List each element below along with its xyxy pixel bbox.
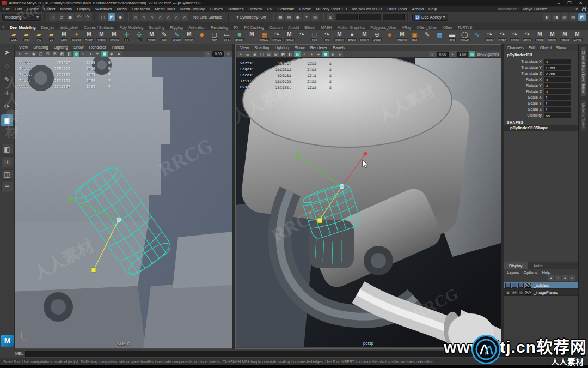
menu-item[interactable]: Mi Poly Tools 1.3 — [316, 7, 347, 11]
viewport-menu-item[interactable]: Shading — [33, 45, 48, 50]
viewport-menu-item[interactable]: Lighting — [54, 45, 68, 50]
render-icon[interactable]: ◉ — [294, 13, 302, 21]
tool-button[interactable]: ⟳ — [1, 101, 13, 113]
viewport-menu-item[interactable]: Panels — [112, 45, 124, 50]
viewport-toolbar-icon[interactable]: ● — [115, 51, 122, 57]
layer-editor-menu-item[interactable]: Options — [524, 270, 538, 275]
sidebar-toggle-icon[interactable]: ◨ — [552, 13, 560, 21]
shelf-tab[interactable]: Custom — [270, 26, 283, 29]
viewport-toolbar-icon[interactable]: ✛ — [94, 51, 101, 57]
shelf-tab[interactable]: FX Caching — [244, 26, 264, 29]
status-separator[interactable] — [44, 13, 46, 21]
shelf-button[interactable]: ✣ FT — [120, 31, 133, 44]
viewport-menu-item[interactable]: Show — [74, 45, 84, 50]
shelf-button[interactable]: M rename — [95, 31, 108, 44]
shelf-button[interactable]: ✣ RT — [133, 31, 145, 44]
shelf-button[interactable]: ▬ Bind — [446, 31, 458, 44]
shelf-button[interactable]: ↷ ffru — [321, 31, 333, 44]
shelf-tab[interactable]: Dee_Modeling — [10, 26, 35, 29]
viewport-toolbar-icon[interactable]: ▢ — [38, 51, 44, 57]
shelf-button[interactable]: ▦ snrL2E — [258, 31, 271, 44]
shelf-tab[interactable]: Rigging — [170, 26, 183, 29]
channel-box-menu-item[interactable]: Object — [540, 45, 552, 50]
menu-item[interactable]: Arnold — [412, 7, 424, 11]
shelf-tab[interactable]: MASH — [321, 26, 332, 29]
exposure-field[interactable]: 0.00 — [437, 52, 449, 57]
attribute-value-field[interactable]: 0 — [544, 59, 571, 64]
snap-icon[interactable]: ∩ — [164, 13, 172, 21]
layer-reference-toggle[interactable]: R — [518, 290, 524, 295]
file-action-icon[interactable]: ↷ — [84, 13, 91, 21]
symmetry-dropdown[interactable]: ▾ Symmetry: Off — [233, 15, 269, 20]
layer-visibility-toggle[interactable] — [505, 283, 511, 288]
render-icon[interactable]: ▦ — [277, 13, 284, 21]
menu-item[interactable]: Modify — [60, 7, 72, 11]
status-separator[interactable] — [94, 13, 96, 21]
shelf-button[interactable]: ↷ vertSw — [496, 31, 509, 44]
shelf-menu-icon[interactable]: ≡ — [2, 25, 4, 29]
viewport-toolbar-icon[interactable]: ▦ — [101, 51, 108, 57]
workspace-dropdown[interactable]: Maya Classic*▾ — [521, 7, 580, 11]
exposure-icon[interactable]: ☼ — [429, 51, 436, 57]
shelf-tab[interactable]: VRay — [402, 26, 411, 29]
layout-button[interactable]: ◫ — [1, 169, 13, 180]
shelf-tab[interactable]: XGen_Uber — [416, 26, 437, 29]
shelf-tab[interactable]: droid_shelf — [60, 26, 78, 29]
attribute-value-field[interactable]: 1.059 — [544, 65, 571, 70]
shelf-button[interactable]: M rebuild — [559, 31, 571, 44]
channel-box-menu-item[interactable]: Show — [556, 45, 566, 50]
shelf-button[interactable]: M Curveb — [571, 31, 584, 44]
live-surface-field[interactable]: No Live Surface — [190, 15, 225, 20]
shelf-button[interactable]: ◈ — [383, 31, 396, 44]
shelf-button[interactable]: M Magnet — [396, 31, 408, 44]
viewport-toolbar-icon[interactable]: ● — [336, 51, 343, 57]
shelf-button[interactable]: ▰ Imp — [20, 31, 33, 44]
attribute-value-field[interactable]: 1 — [544, 95, 571, 100]
menu-item[interactable]: Mesh Display — [180, 7, 205, 11]
shelf-button[interactable]: M sphere — [546, 31, 559, 44]
gamma-icon[interactable]: ◑ — [224, 51, 231, 57]
status-separator[interactable] — [407, 13, 409, 21]
shelf-button[interactable]: ✎ flatI — [158, 31, 170, 44]
shelf-button[interactable]: ▦ — [433, 31, 446, 44]
viewport-toolbar-icon[interactable]: ◍ — [73, 51, 79, 57]
shelf-button[interactable]: ◯ findCor — [458, 31, 471, 44]
viewport-menu-item[interactable]: View — [19, 45, 28, 50]
viewport-toolbar-icon[interactable]: ▢ — [259, 51, 265, 57]
attribute-value-field[interactable]: 0 — [544, 83, 571, 88]
attribute-value-field[interactable]: on — [544, 113, 571, 118]
viewport-toolbar-icon[interactable]: ◧ — [66, 51, 72, 57]
sidebar-toggle-icon[interactable]: ▥ — [561, 13, 568, 21]
exposure-icon[interactable]: ☼ — [204, 51, 211, 57]
shelf-tab[interactable]: Polygons_Uber — [370, 26, 396, 29]
layer-visibility-toggle[interactable]: V — [505, 290, 511, 295]
tool-button[interactable]: ➤ — [1, 46, 13, 58]
shelf-button[interactable]: M refresh — [183, 31, 195, 44]
file-action-icon[interactable]: ↶ — [75, 13, 83, 21]
viewport-menu-item[interactable]: Show — [295, 45, 305, 50]
shelf-tab[interactable]: Curves / Surfaces — [84, 26, 114, 29]
shelf-tab[interactable]: Sculpting — [149, 26, 164, 29]
file-action-icon[interactable]: ▣ — [66, 13, 74, 21]
viewport-3d-canvas-persp[interactable]: Verts:503717 12500 Edges:1062510 24960 F… — [236, 58, 501, 347]
shelf-tab[interactable]: XGen — [442, 26, 452, 29]
attribute-value-field[interactable]: 1 — [544, 107, 571, 112]
shape-node-name[interactable]: pCylinder113Shape — [504, 125, 578, 131]
shelf-button[interactable]: ↷ ablyed — [521, 31, 534, 44]
menu-item[interactable]: Edit — [15, 7, 22, 11]
render-icon[interactable]: ✦ — [303, 13, 310, 21]
layer-editor-icon[interactable]: ◂ — [548, 275, 554, 281]
shelf-button[interactable]: M trimmer — [333, 31, 346, 44]
layer-color-swatch[interactable] — [525, 290, 531, 295]
sidebar-toggle-icon[interactable]: ▤ — [569, 13, 577, 21]
status-separator[interactable] — [272, 13, 274, 21]
colorspace-label[interactable]: sRGB gamma — [477, 52, 499, 56]
shelf-button[interactable]: M blinders — [358, 31, 371, 44]
gamma-field[interactable]: 1.00 — [457, 52, 469, 57]
shelf-button[interactable]: M Health — [83, 31, 95, 44]
exposure-field[interactable]: 0.00 — [212, 51, 224, 57]
tab-modeling-toolkit[interactable]: Modeling Toolkit — [581, 100, 586, 132]
snap-icon[interactable]: ∩ — [181, 13, 188, 21]
tool-button[interactable]: ◌ — [1, 60, 13, 72]
shelf-button[interactable]: ◆ — [195, 31, 208, 44]
